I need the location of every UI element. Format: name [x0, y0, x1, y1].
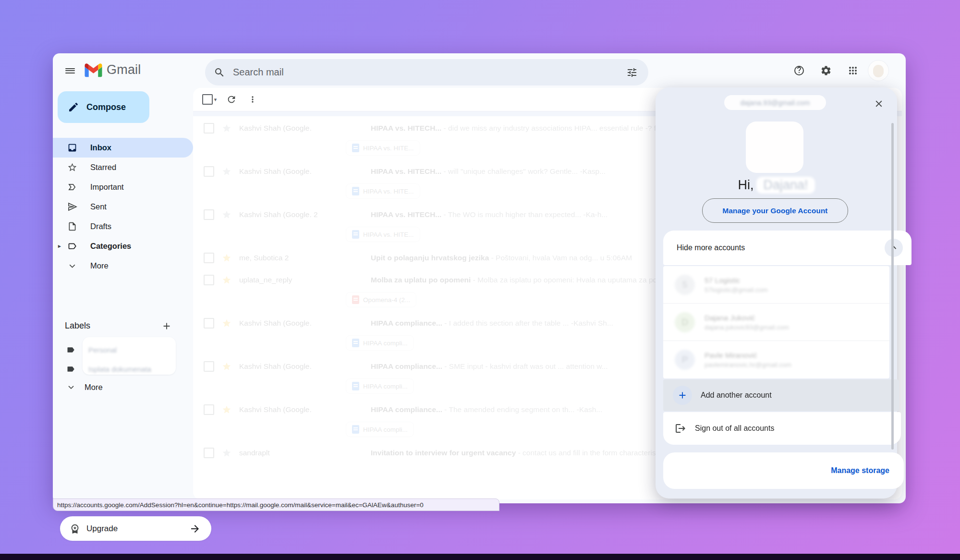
row-star-icon[interactable] — [222, 210, 231, 219]
row-star-icon[interactable] — [222, 253, 231, 263]
row-checkbox[interactable] — [204, 209, 214, 220]
row-checkbox[interactable] — [204, 123, 214, 134]
email-sender: Kashvi Shah (Google. — [239, 124, 363, 133]
email-sender: Kashvi Shah (Google. — [239, 319, 363, 328]
attachment-chip[interactable]: HIPAA vs. HITE... — [346, 227, 420, 242]
select-all-checkbox[interactable]: ▾ — [199, 90, 220, 109]
search-bar[interactable] — [205, 59, 648, 85]
row-checkbox[interactable] — [204, 448, 214, 458]
account-list-item[interactable]: P Pavle Miranović pavlemiranovic.hr@gmai… — [663, 341, 889, 378]
refresh-button[interactable] — [222, 90, 241, 109]
account-list-item[interactable]: 5 57 Logistic 57logistic@gmail.com — [663, 266, 889, 304]
email-sender: Kashvi Shah (Google. — [239, 167, 363, 176]
label-filled-icon — [66, 345, 76, 355]
attachment-chip[interactable]: Opomena-4 (2... — [346, 292, 416, 307]
email-subject: HIPAA compliance... — [371, 405, 442, 414]
more-options-button[interactable] — [243, 90, 262, 109]
sign-out-row[interactable]: Sign out of all accounts — [663, 412, 901, 445]
row-checkbox[interactable] — [204, 361, 214, 372]
expand-arrow-icon[interactable]: ▸ — [58, 243, 61, 249]
account-list-item[interactable]: D Dajana Juković dajana.jukovic93@gmail.… — [663, 304, 889, 341]
account-name-redacted: Dajana! — [756, 177, 814, 194]
label-item[interactable]: Isplata dokumenata — [66, 362, 191, 376]
add-account-label: Add another account — [701, 391, 772, 400]
manage-storage-card[interactable]: Manage storage — [663, 452, 904, 489]
attachment-name: HIPAA vs. HITE... — [363, 145, 414, 152]
row-checkbox[interactable] — [204, 166, 214, 177]
main-menu-button[interactable] — [59, 59, 82, 82]
help-button[interactable] — [788, 59, 811, 82]
attachment-chip[interactable]: HIPAA vs. HITE... — [346, 140, 420, 156]
sidebar-item-more[interactable]: More — [53, 256, 193, 276]
label-item[interactable]: Personal — [66, 343, 191, 356]
attachment-chip[interactable]: HIPAA compli... — [346, 335, 414, 351]
row-checkbox[interactable] — [204, 318, 214, 329]
row-star-icon[interactable] — [222, 123, 231, 133]
row-star-icon[interactable] — [222, 362, 231, 371]
attachment-name: HIPAA compli... — [363, 383, 408, 390]
sidebar-item-label: More — [90, 261, 109, 270]
pencil-icon — [68, 101, 79, 113]
email-snippet: - contact us and fill in the form charac… — [518, 449, 666, 457]
apps-grid-icon[interactable] — [841, 59, 864, 82]
attachment-chip[interactable]: HIPAA compli... — [346, 422, 414, 437]
document-icon — [352, 295, 359, 304]
compose-button[interactable]: Compose — [58, 91, 149, 123]
search-icon[interactable] — [214, 67, 225, 78]
row-checkbox[interactable] — [204, 253, 214, 263]
inbox-icon — [67, 143, 77, 153]
attachment-chip[interactable]: HIPAA compli... — [346, 378, 414, 394]
close-button[interactable] — [867, 92, 890, 115]
sidebar-item-starred[interactable]: Starred — [53, 158, 193, 177]
header-actions — [788, 59, 888, 82]
row-star-icon[interactable] — [222, 448, 231, 458]
create-label-button[interactable] — [158, 318, 175, 334]
sidebar-item-inbox[interactable]: Inbox — [53, 138, 193, 158]
sidebar-item-label: Drafts — [90, 222, 111, 231]
sidebar-item-categories[interactable]: ▸ Categories — [53, 236, 193, 256]
account-avatar-redacted[interactable] — [746, 122, 803, 173]
email-sender: me, Subotica 2 — [239, 254, 363, 262]
gmail-logo[interactable]: Gmail — [85, 62, 141, 77]
row-star-icon[interactable] — [222, 275, 231, 285]
settings-gear-icon[interactable] — [814, 59, 838, 82]
email-sender: uplata_ne_reply — [239, 276, 363, 284]
attachment-name: Opomena-4 (2... — [363, 296, 410, 304]
sidebar-item-sent[interactable]: Sent — [53, 197, 193, 217]
row-checkbox[interactable] — [204, 404, 214, 415]
sidebar-item-drafts[interactable]: Drafts — [53, 217, 193, 236]
add-another-account-row[interactable]: Add another account — [663, 379, 899, 411]
manage-google-account-button[interactable]: Manage your Google Account — [702, 198, 848, 223]
email-subject: HIPAA vs. HITECH... — [371, 210, 441, 219]
document-icon — [352, 382, 359, 390]
sidebar-item-label: Inbox — [90, 143, 111, 152]
row-star-icon[interactable] — [222, 318, 231, 328]
google-account-popup: dajana.93@gmail.com Hi,Dajana! Manage yo… — [656, 87, 897, 499]
search-input[interactable] — [232, 66, 620, 78]
attachment-name: HIPAA compli... — [363, 426, 408, 433]
plus-icon — [673, 386, 692, 405]
account-email-redacted: dajana.93@gmail.com — [724, 95, 826, 110]
account-avatar: P — [675, 350, 695, 370]
sidebar-item-important[interactable]: Important — [53, 177, 193, 197]
row-star-icon[interactable] — [222, 167, 231, 176]
attachment-name: HIPAA vs. HITE... — [363, 188, 414, 195]
email-snippet: - The WO is much higher than expected...… — [444, 210, 608, 219]
profile-avatar[interactable] — [868, 61, 888, 81]
star-icon — [67, 162, 77, 172]
row-checkbox[interactable] — [204, 275, 214, 285]
link-preview-status-bar: https://accounts.google.com/AddSession?h… — [53, 499, 499, 511]
draft-icon — [67, 221, 77, 231]
attachment-chip[interactable]: HIPAA vs. HITE... — [346, 183, 420, 199]
chevron-down-icon — [67, 261, 77, 271]
arrow-right-icon[interactable] — [189, 523, 201, 535]
upgrade-label: Upgrade — [86, 524, 118, 534]
popup-scrollbar[interactable] — [891, 123, 894, 450]
hide-more-accounts-row[interactable]: Hide more accounts — [663, 231, 911, 265]
row-star-icon[interactable] — [222, 405, 231, 414]
labels-more[interactable]: More — [66, 379, 103, 395]
chevron-up-icon[interactable] — [885, 239, 903, 257]
upgrade-row[interactable]: Upgrade — [60, 516, 211, 541]
select-dropdown-icon[interactable]: ▾ — [214, 97, 217, 103]
search-options-icon[interactable] — [620, 61, 644, 84]
